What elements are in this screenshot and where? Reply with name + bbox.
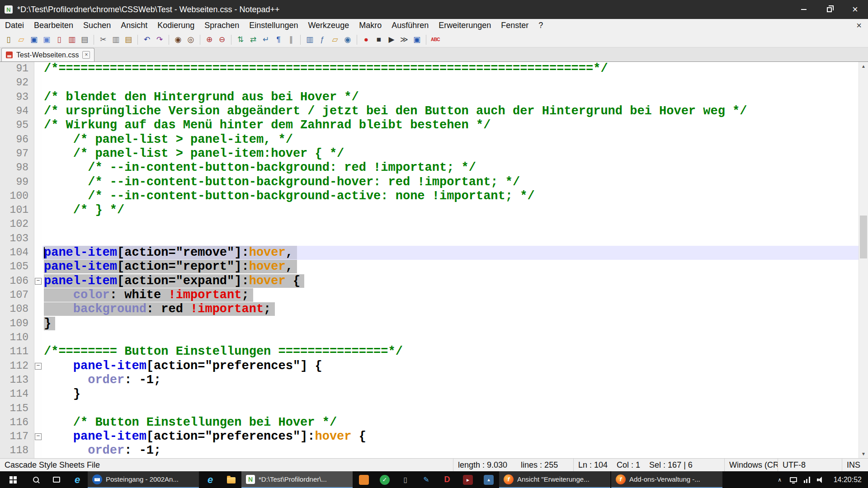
menu-item-fenster[interactable]: Fenster [496, 19, 533, 32]
taskbar-window-notepadpp[interactable]: N*D:\Test\Profilordner\... [241, 471, 353, 488]
close-button[interactable]: × [842, 0, 868, 19]
code-line[interactable] [42, 76, 859, 90]
toolbar-show-all-characters-icon[interactable]: ¶ [273, 34, 284, 46]
toolbar-zoom-in-icon[interactable]: ⊕ [203, 34, 215, 46]
toolbar-open-folder-icon[interactable]: ▱ [15, 34, 27, 46]
code-line[interactable]: /* Button Einstellungen bei Hover */ [42, 416, 859, 430]
code-line[interactable]: /* panel-list > panel-item, */ [42, 133, 859, 147]
tab-close-icon[interactable]: × [82, 51, 90, 59]
status-cell-insert-mode[interactable]: INS [842, 459, 868, 471]
code-line[interactable]: /* ursprüngliche Version abgeändert / je… [42, 104, 859, 118]
toolbar-zoom-out-icon[interactable]: ⊖ [216, 34, 228, 46]
line-number[interactable]: 110 [0, 331, 34, 345]
code-line[interactable]: } [42, 317, 859, 331]
code-line[interactable] [42, 217, 859, 231]
menu-item-ansicht[interactable]: Ansicht [116, 19, 152, 32]
toolbar-word-wrap-icon[interactable]: ↵ [260, 34, 272, 46]
line-number[interactable]: 103 [0, 232, 34, 246]
line-number[interactable]: 107 [0, 288, 34, 302]
line-number[interactable]: 99 [0, 175, 34, 189]
code-line[interactable] [42, 331, 859, 345]
line-number[interactable]: 116 [0, 416, 34, 430]
taskbar-pinned-d-icon[interactable]: D [437, 471, 458, 488]
toolbar-close-icon[interactable]: ▯ [53, 34, 65, 46]
code-line[interactable] [42, 232, 859, 246]
code-line[interactable]: /* Wirkung auf das Menü hinter dem Zahnr… [42, 118, 859, 132]
code-line[interactable]: panel-item[action="preferences"]:hover { [42, 430, 859, 444]
toolbar-macro-stop-icon[interactable]: ■ [373, 34, 385, 46]
menu-item-kodierung[interactable]: Kodierung [152, 19, 199, 32]
tab-test-webseiten-css[interactable]: Test-Webseiten.css × [1, 48, 94, 61]
taskbar-pinned-media-icon[interactable]: ▸ [458, 471, 478, 488]
taskbar-pinned-quill-icon[interactable]: ✎ [416, 471, 437, 488]
code-line[interactable]: panel-item[action="remove"]:hover, [42, 246, 859, 260]
menu-close-document-button[interactable]: × [853, 19, 865, 32]
taskbar-edge-icon[interactable]: e [67, 471, 88, 488]
menu-item-werkzeuge[interactable]: Werkzeuge [303, 19, 354, 32]
toolbar-print-icon[interactable]: ▤ [79, 34, 90, 46]
taskbar-window-firefox-addons[interactable]: fAdd-ons-Verwaltung -... [611, 471, 722, 488]
line-number[interactable]: 105 [0, 260, 34, 274]
tray-display-icon[interactable] [787, 477, 800, 482]
menu-item-suchen[interactable]: Suchen [78, 19, 116, 32]
toolbar-macro-play-icon[interactable]: ▶ [386, 34, 397, 46]
line-number[interactable]: 117 [0, 430, 34, 444]
taskbar-window-thunderbird-inbox[interactable]: Posteingang - 2002An... [88, 471, 199, 488]
line-number[interactable]: 96 [0, 133, 34, 147]
code-line[interactable]: order: -1; [42, 373, 859, 387]
toolbar-undo-icon[interactable]: ↶ [141, 34, 153, 46]
menu-item-einstellungen[interactable]: Einstellungen [244, 19, 303, 32]
taskbar-pinned-phone-icon[interactable]: ▯ [395, 471, 416, 488]
toolbar-copy-icon[interactable]: ▥ [110, 34, 122, 46]
tray-chevron-up-icon[interactable]: ∧ [773, 477, 787, 483]
menu-item-datei[interactable]: Datei [0, 19, 29, 32]
toolbar-macro-run-multiple-icon[interactable]: ≫ [398, 34, 410, 46]
restore-button[interactable] [816, 0, 842, 19]
code-line[interactable]: /* panel-list > panel-item:hover { */ [42, 147, 859, 161]
taskbar-clock[interactable]: 14:20:52 [827, 476, 868, 484]
code-line[interactable]: panel-item[action="preferences"] { [42, 359, 859, 373]
code-line[interactable]: /* --in-content-button-background: red !… [42, 161, 859, 175]
line-number[interactable]: 115 [0, 402, 34, 416]
taskbar-pinned-green-check-icon[interactable]: ✓ [374, 471, 395, 488]
tray-network-icon[interactable] [800, 477, 814, 483]
toolbar-paste-icon[interactable]: ▤ [123, 34, 134, 46]
tray-volume-icon[interactable] [814, 477, 827, 483]
toolbar-indent-guide-icon[interactable]: ∥ [285, 34, 297, 46]
toolbar-folder-as-workspace-icon[interactable]: ▱ [329, 34, 341, 46]
line-number[interactable]: 109 [0, 317, 34, 331]
toolbar-save-all-icon[interactable]: ▣ [41, 34, 52, 46]
toolbar-sync-horizontal-icon[interactable]: ⇄ [247, 34, 259, 46]
line-number[interactable]: 102 [0, 217, 34, 231]
line-number[interactable]: 91 [0, 62, 34, 76]
taskbar-internet-explorer-icon[interactable]: e [200, 471, 221, 488]
code-line[interactable]: color: white !important; [42, 288, 859, 302]
taskbar-task-view-icon[interactable] [46, 471, 67, 488]
menu-item-sprachen[interactable]: Sprachen [199, 19, 244, 32]
menu-item-ausfuehren[interactable]: Ausführen [387, 19, 434, 32]
scrollbar-thumb[interactable] [860, 216, 867, 258]
menu-item-bearbeiten[interactable]: Bearbeiten [29, 19, 78, 32]
toolbar-sync-vertical-icon[interactable]: ⇅ [235, 34, 246, 46]
taskbar-explorer-icon[interactable] [221, 471, 241, 488]
code-line[interactable]: /* blendet den Hintergrund aus bei Hover… [42, 90, 859, 104]
code-line[interactable]: /* } */ [42, 203, 859, 217]
scroll-up-icon[interactable]: ▲ [859, 62, 868, 70]
taskbar-pinned-orange-icon[interactable] [354, 471, 374, 488]
line-number[interactable]: 93 [0, 90, 34, 104]
minimize-button[interactable] [791, 0, 816, 19]
taskbar-pinned-photos-icon[interactable]: ▴ [478, 471, 499, 488]
line-number[interactable]: 108 [0, 302, 34, 316]
line-number[interactable]: 100 [0, 189, 34, 203]
toolbar-document-map-icon[interactable]: ▥ [304, 34, 316, 46]
taskbar-start-icon[interactable] [0, 471, 25, 488]
line-number[interactable]: 101 [0, 203, 34, 217]
line-number[interactable]: 113 [0, 373, 34, 387]
code-line[interactable]: /*======================================… [42, 62, 859, 76]
line-number[interactable]: 97 [0, 147, 34, 161]
line-number[interactable]: 104 [0, 246, 34, 260]
line-number[interactable]: 95 [0, 118, 34, 132]
code-line[interactable]: /*======== Button Einstellungen ========… [42, 345, 859, 359]
code-line[interactable]: /* --in-content-button-background-hover:… [42, 175, 859, 189]
code-line[interactable]: } [42, 387, 859, 401]
